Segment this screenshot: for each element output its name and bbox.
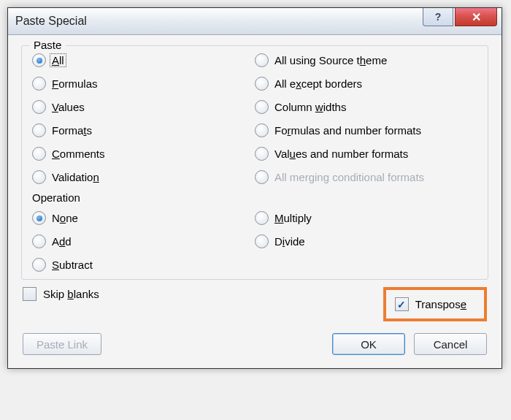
radio-icon xyxy=(32,77,46,91)
checkbox-icon xyxy=(395,297,409,311)
help-button[interactable]: ? xyxy=(423,8,453,26)
paste-group-label: Paste xyxy=(29,39,66,51)
radio-icon xyxy=(32,100,46,114)
radio-icon xyxy=(32,258,46,272)
radio-icon xyxy=(255,100,269,114)
radio-icon xyxy=(255,147,269,161)
paste-option[interactable]: Column widths xyxy=(255,100,477,114)
paste-option[interactable]: Formats xyxy=(32,123,255,137)
radio-icon xyxy=(32,147,46,161)
titlebar[interactable]: Paste Special ? ✕ xyxy=(8,8,502,35)
radio-icon xyxy=(32,53,46,67)
radio-icon xyxy=(255,234,269,248)
operation-option[interactable]: Add xyxy=(32,234,255,248)
radio-icon xyxy=(32,123,46,137)
checkbox-icon xyxy=(23,287,36,301)
operation-group-label: Operation xyxy=(28,191,477,204)
radio-icon xyxy=(255,53,269,67)
paste-option[interactable]: Values xyxy=(32,100,255,114)
paste-option[interactable]: Validation xyxy=(32,170,255,184)
paste-group: Paste AllFormulasValuesFormatsCommentsVa… xyxy=(21,45,488,280)
paste-option[interactable]: Comments xyxy=(32,147,255,161)
paste-option: All merging conditional formats xyxy=(255,170,477,184)
radio-icon xyxy=(32,211,46,225)
paste-option[interactable]: Formulas and number formats xyxy=(255,123,477,137)
paste-option[interactable]: All using Source theme xyxy=(255,53,477,67)
dialog-title: Paste Special xyxy=(15,15,87,28)
radio-icon xyxy=(32,234,46,248)
radio-icon xyxy=(32,170,46,184)
paste-option[interactable]: Formulas xyxy=(32,77,255,91)
operation-option[interactable]: Multiply xyxy=(255,211,477,225)
operation-option[interactable]: Divide xyxy=(255,234,477,248)
paste-option[interactable]: All except borders xyxy=(255,77,477,91)
transpose-checkbox[interactable]: Transpose xyxy=(383,287,487,321)
operation-option[interactable]: None xyxy=(32,211,255,225)
cancel-button[interactable]: Cancel xyxy=(414,333,487,355)
skip-blanks-checkbox[interactable]: Skip blanks xyxy=(23,287,369,301)
radio-icon xyxy=(255,170,269,184)
radio-icon xyxy=(255,123,269,137)
ok-button[interactable]: OK xyxy=(332,333,405,355)
operation-option[interactable]: Subtract xyxy=(32,258,255,272)
radio-icon xyxy=(255,77,269,91)
radio-icon xyxy=(255,211,269,225)
paste-link-button[interactable]: Paste Link xyxy=(23,333,101,355)
paste-special-dialog: Paste Special ? ✕ BUFFCOM Paste AllFormu… xyxy=(7,7,502,369)
paste-option[interactable]: Values and number formats xyxy=(255,147,477,161)
close-button[interactable]: ✕ xyxy=(455,8,497,26)
paste-option[interactable]: All xyxy=(32,53,255,67)
